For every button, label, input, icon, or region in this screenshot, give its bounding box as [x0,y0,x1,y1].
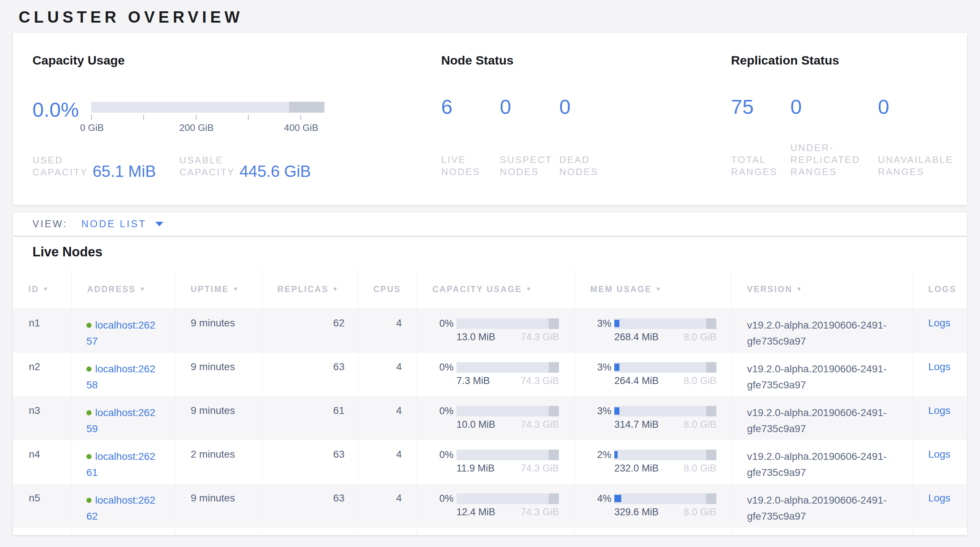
node-uptime: 9 minutes [175,484,262,528]
column-header-mem-usage[interactable]: MEM USAGE▼ [574,270,731,309]
total-ranges-count: 75 [731,95,786,119]
capacity-usage-cell: 0% 13.0 MiB74.3 GiB [417,309,574,353]
logs-link[interactable]: Logs [928,448,950,460]
node-version: v19.2.0-alpha.20190606-2491-gfe735c9a97 [731,353,913,396]
node-address-link[interactable]: localhost:26261 [86,451,155,478]
live-status-icon [86,366,92,372]
mem-usage-cell: 3% 314.7 MiB8.0 GiB [574,396,731,440]
logs-cell: Logs [913,440,967,484]
mem-used-marker [614,495,621,502]
mem-used: 329.6 MiB [614,507,659,518]
capacity-total: 74.3 GiB [520,331,559,343]
sort-caret-icon: ▼ [526,286,533,293]
column-header-address[interactable]: ADDRESS▼ [72,270,175,309]
column-header-replicas[interactable]: REPLICAS▼ [262,270,358,309]
table-row: n4 localhost:26261 2 minutes 63 4 0% 11.… [13,440,967,484]
node-uptime: 9 minutes [175,396,262,440]
cluster-summary-card: Capacity Usage 0.0% 0 GiB 200 GiB 400 Gi… [13,33,967,205]
capacity-bar-nonusable-segment [289,102,325,113]
mem-total: 8.0 GiB [684,375,716,386]
column-header-logs: LOGS [913,270,967,309]
usable-capacity-stat: USABLE CAPACITY 445.6 GiB [180,154,311,178]
capacity-usage-title: Capacity Usage [32,53,125,67]
capacity-total: 74.3 GiB [520,507,559,518]
usable-capacity-value: 445.6 GiB [240,164,311,178]
live-nodes-title: Live Nodes [13,237,967,270]
node-id: n1 [13,309,72,353]
node-address-cell: localhost:26258 [72,353,175,396]
node-replicas: 62 [262,309,358,353]
capacity-used: 7.3 MiB [457,375,490,386]
chevron-down-icon[interactable] [155,222,163,226]
mem-bar [614,362,716,373]
logs-link[interactable]: Logs [928,317,950,329]
logs-cell: Logs [913,353,967,396]
live-status-icon [86,498,92,503]
node-status-title: Node Status [441,53,513,67]
tick-label-0: 0 GiB [80,122,103,134]
mem-used: 314.7 MiB [614,419,659,430]
column-header-id[interactable]: ID▼ [13,270,72,309]
node-id: n2 [13,353,72,396]
mem-usage-cell: 3% 268.4 MiB8.0 GiB [574,309,731,353]
capacity-usage-bar [91,102,325,113]
mem-total: 8.0 GiB [684,507,716,518]
node-replicas: 63 [262,440,358,484]
capacity-percent: 0% [432,318,453,329]
used-capacity-value: 65.1 MiB [92,164,156,178]
capacity-usage-cell: 0% 7.3 MiB74.3 GiB [417,353,574,396]
live-status-icon [86,410,92,415]
capacity-axis-ticks [91,115,325,120]
sort-caret-icon: ▼ [332,286,339,293]
column-header-uptime[interactable]: UPTIME▼ [175,270,262,309]
logs-cell: Logs [913,484,967,528]
node-version: v19.2.0-alpha.20190606-2491-gfe735c9a97 [731,484,913,528]
logs-link[interactable]: Logs [928,361,950,372]
node-replicas: 63 [262,484,358,528]
capacity-bar [457,362,559,373]
page-title: CLUSTER OVERVIEW [19,8,243,26]
view-dropdown[interactable]: NODE LIST [81,218,146,230]
node-cpus: 4 [358,484,417,528]
node-id: n4 [13,440,72,484]
capacity-percent: 0% [432,405,453,417]
capacity-percent: 0% [432,493,453,504]
node-replicas: 61 [262,396,358,440]
node-version: v19.2.0-alpha.20190606-2491-gfe735c9a97 [731,396,913,440]
capacity-percent: 0% [432,449,453,461]
node-uptime: 2 minutes [175,440,262,484]
node-uptime: 9 minutes [175,353,262,396]
capacity-used: 13.0 MiB [457,331,495,343]
column-header-capacity-usage[interactable]: CAPACITY USAGE▼ [417,270,574,309]
node-cpus: 4 [358,440,417,484]
mem-total: 8.0 GiB [684,463,716,474]
logs-link[interactable]: Logs [928,492,950,504]
mem-total: 8.0 GiB [684,331,716,343]
node-replicas: 63 [262,353,358,396]
mem-used-marker [614,451,617,458]
node-id: n5 [13,484,72,528]
dead-nodes-count: 0 [559,95,617,119]
sort-caret-icon: ▼ [139,286,146,293]
mem-used-marker [614,320,619,327]
under-replicated-ranges-stat: 0 UNDER-REPLICATED RANGES [791,95,872,178]
sort-caret-icon: ▼ [43,286,49,293]
total-ranges-label: TOTAL RANGES [731,154,778,178]
node-address-cell: localhost:26259 [72,396,175,440]
capacity-total: 74.3 GiB [520,375,559,386]
column-header-version[interactable]: VERSION▼ [731,270,913,309]
mem-used: 264.4 MiB [614,375,659,386]
tick-label-200: 200 GiB [180,122,214,134]
node-address-link[interactable]: localhost:26262 [86,495,155,522]
table-row: n3 localhost:26259 9 minutes 61 4 0% 10.… [13,396,967,440]
logs-link[interactable]: Logs [928,405,950,416]
suspect-nodes-count: 0 [500,95,555,119]
node-address-link[interactable]: localhost:26258 [86,363,155,391]
table-row: n5 localhost:26262 9 minutes 63 4 0% 12.… [13,484,967,528]
node-cpus: 4 [358,309,417,353]
node-address-link[interactable]: localhost:26259 [86,407,155,434]
capacity-usage-cell: 0% 10.0 MiB74.3 GiB [417,396,574,440]
mem-usage-cell: 4% 329.6 MiB8.0 GiB [574,484,731,528]
node-address-link[interactable]: localhost:26257 [86,320,155,347]
mem-used-marker [614,364,619,371]
